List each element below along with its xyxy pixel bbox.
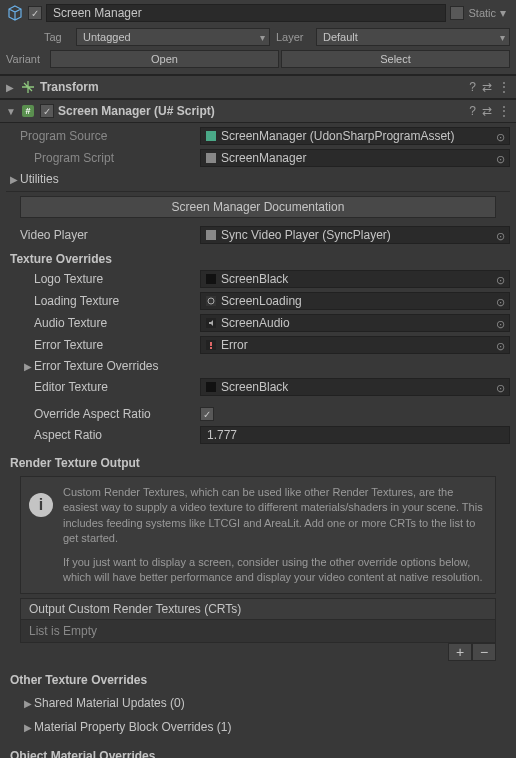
- script-icon: [205, 152, 217, 164]
- logo-texture-field[interactable]: ScreenBlack: [200, 270, 510, 288]
- audio-texture-label: Audio Texture: [34, 316, 200, 330]
- texture-icon: [205, 381, 217, 393]
- object-picker-icon[interactable]: [493, 381, 507, 395]
- editor-texture-label: Editor Texture: [34, 380, 200, 394]
- transform-component-header[interactable]: ▶ Transform ? ⇄ ⋮: [0, 75, 516, 99]
- foldout-icon: ▶: [24, 361, 34, 372]
- prefab-cube-icon: [6, 4, 24, 22]
- object-picker-icon[interactable]: [493, 273, 507, 287]
- override-aspect-label: Override Aspect Ratio: [34, 407, 200, 421]
- help-icon[interactable]: ?: [469, 80, 476, 94]
- render-output-header: Render Texture Output: [6, 450, 510, 472]
- crt-list-body: List is Empty: [20, 620, 496, 643]
- program-script-label: Program Script: [20, 151, 200, 165]
- object-material-header: Object Material Overrides: [6, 743, 510, 758]
- utilities-foldout[interactable]: ▶ Utilities: [6, 169, 510, 189]
- active-checkbox[interactable]: [28, 6, 42, 20]
- other-overrides-header: Other Texture Overrides: [6, 667, 510, 689]
- gameobject-name-input[interactable]: [46, 4, 446, 22]
- svg-rect-5: [206, 274, 216, 284]
- video-player-label: Video Player: [20, 228, 200, 242]
- info-icon: i: [29, 493, 53, 517]
- audio-texture-field[interactable]: ScreenAudio: [200, 314, 510, 332]
- layer-label: Layer: [276, 31, 310, 43]
- component-title: Screen Manager (U# Script): [58, 104, 465, 118]
- preset-icon[interactable]: ⇄: [482, 104, 492, 118]
- program-script-field[interactable]: ScreenManager: [200, 149, 510, 167]
- transform-icon: [20, 79, 36, 95]
- list-remove-button[interactable]: −: [472, 643, 496, 661]
- list-add-button[interactable]: +: [448, 643, 472, 661]
- help-icon[interactable]: ?: [469, 104, 476, 118]
- transform-title: Transform: [40, 80, 465, 94]
- property-block-foldout[interactable]: ▶ Material Property Block Overrides (1): [6, 717, 510, 737]
- gameobject-header: Static ▾ Tag Untagged Layer Default Vari…: [0, 0, 516, 75]
- foldout-icon: ▶: [24, 722, 34, 733]
- program-source-field[interactable]: ScreenManager (UdonSharpProgramAsset): [200, 127, 510, 145]
- video-player-field[interactable]: Sync Video Player (SyncPlayer): [200, 226, 510, 244]
- loading-texture-label: Loading Texture: [34, 294, 200, 308]
- error-texture-field[interactable]: Error: [200, 336, 510, 354]
- texture-icon: [205, 295, 217, 307]
- script-icon: [205, 229, 217, 241]
- screen-manager-body: Program Source ScreenManager (UdonSharpP…: [0, 123, 516, 758]
- component-enabled-checkbox[interactable]: [40, 104, 54, 118]
- svg-rect-2: [206, 131, 216, 141]
- foldout-icon[interactable]: ▶: [6, 82, 16, 93]
- texture-icon: [205, 339, 217, 351]
- object-picker-icon[interactable]: [493, 152, 507, 166]
- usharp-script-icon: #: [20, 103, 36, 119]
- foldout-icon: ▶: [10, 174, 20, 185]
- static-label: Static: [468, 7, 496, 19]
- object-picker-icon[interactable]: [493, 130, 507, 144]
- svg-rect-4: [206, 230, 216, 240]
- program-source-label: Program Source: [20, 129, 200, 143]
- aspect-ratio-field[interactable]: [200, 426, 510, 444]
- error-texture-label: Error Texture: [34, 338, 200, 352]
- svg-rect-12: [206, 382, 216, 392]
- foldout-icon[interactable]: ▼: [6, 106, 16, 117]
- tag-label: Tag: [44, 31, 70, 43]
- svg-rect-3: [206, 153, 216, 163]
- object-picker-icon[interactable]: [493, 339, 507, 353]
- shared-material-foldout[interactable]: ▶ Shared Material Updates (0): [6, 693, 510, 713]
- object-picker-icon[interactable]: [493, 317, 507, 331]
- menu-icon[interactable]: ⋮: [498, 80, 510, 94]
- documentation-button[interactable]: Screen Manager Documentation: [20, 196, 496, 218]
- layer-dropdown[interactable]: Default: [316, 28, 510, 46]
- svg-text:#: #: [25, 106, 30, 116]
- crt-list-header[interactable]: Output Custom Render Textures (CRTs): [20, 598, 496, 620]
- svg-rect-11: [210, 347, 212, 349]
- texture-overrides-header: Texture Overrides: [6, 246, 510, 268]
- variant-label: Variant: [6, 53, 48, 65]
- inspector-root: Static ▾ Tag Untagged Layer Default Vari…: [0, 0, 516, 758]
- static-checkbox[interactable]: [450, 6, 464, 20]
- override-aspect-checkbox[interactable]: [200, 407, 214, 421]
- error-overrides-foldout[interactable]: ▶ Error Texture Overrides: [6, 356, 510, 376]
- static-dropdown-icon[interactable]: ▾: [500, 6, 510, 20]
- texture-icon: [205, 317, 217, 329]
- render-info-box: i Custom Render Textures, which can be u…: [20, 476, 496, 594]
- asset-icon: [205, 130, 217, 142]
- preset-icon[interactable]: ⇄: [482, 80, 492, 94]
- open-button[interactable]: Open: [50, 50, 279, 68]
- texture-icon: [205, 273, 217, 285]
- svg-rect-10: [210, 342, 212, 346]
- loading-texture-field[interactable]: ScreenLoading: [200, 292, 510, 310]
- editor-texture-field[interactable]: ScreenBlack: [200, 378, 510, 396]
- menu-icon[interactable]: ⋮: [498, 104, 510, 118]
- object-picker-icon[interactable]: [493, 229, 507, 243]
- screen-manager-component-header[interactable]: ▼ # Screen Manager (U# Script) ? ⇄ ⋮: [0, 99, 516, 123]
- aspect-ratio-label: Aspect Ratio: [34, 428, 200, 442]
- select-button[interactable]: Select: [281, 50, 510, 68]
- logo-texture-label: Logo Texture: [34, 272, 200, 286]
- tag-dropdown[interactable]: Untagged: [76, 28, 270, 46]
- foldout-icon: ▶: [24, 698, 34, 709]
- object-picker-icon[interactable]: [493, 295, 507, 309]
